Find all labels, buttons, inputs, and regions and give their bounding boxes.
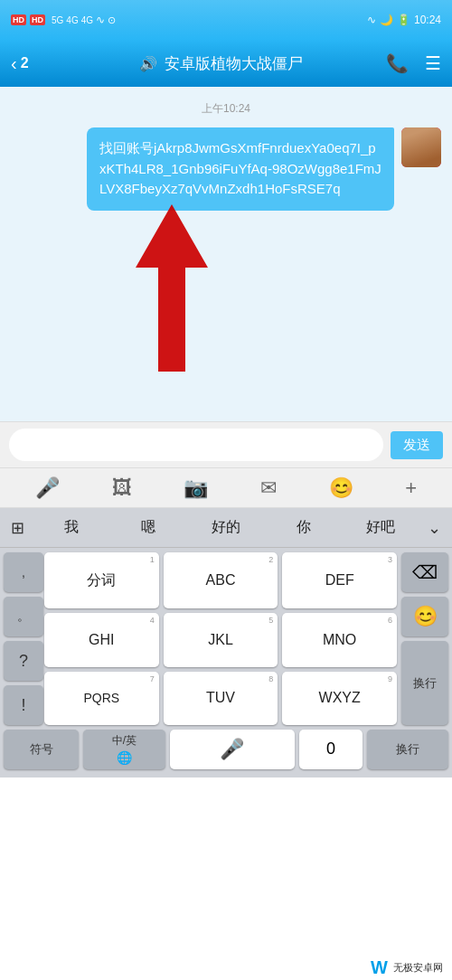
enter-key[interactable]: 换行 bbox=[401, 641, 448, 725]
message-timestamp: 上午10:24 bbox=[0, 87, 452, 127]
settings-dot: ⊙ bbox=[108, 14, 116, 26]
send-button[interactable]: 发送 bbox=[391, 431, 443, 459]
enter-bottom-key[interactable]: 换行 bbox=[367, 730, 448, 769]
keyboard-side: ⌫ 😊 换行 bbox=[401, 552, 448, 725]
time-display: 10:24 bbox=[414, 14, 441, 26]
battery-icon: 🔋 bbox=[397, 14, 410, 26]
emoji-key[interactable]: 😊 bbox=[401, 597, 448, 636]
back-chevron-icon: ‹ bbox=[11, 53, 17, 74]
back-button[interactable]: ‹ 2 bbox=[11, 53, 56, 74]
key-wxyz[interactable]: 9 WXYZ bbox=[282, 672, 397, 725]
key-label-fenci: 分词 bbox=[87, 571, 116, 590]
message-input[interactable] bbox=[9, 429, 383, 461]
key-label-ghi: GHI bbox=[89, 632, 114, 648]
key-num-3: 3 bbox=[388, 555, 392, 564]
mail-icon[interactable]: ✉ bbox=[255, 471, 282, 505]
key-num-6: 6 bbox=[388, 616, 392, 625]
suggestion-4[interactable]: 你 bbox=[266, 514, 342, 541]
avatar bbox=[401, 127, 441, 167]
watermark-logo: W bbox=[371, 957, 388, 978]
svg-marker-1 bbox=[136, 204, 208, 372]
hd-indicator: HD bbox=[11, 14, 26, 25]
keyboard: , 。 ? ! 1 分词 2 ABC 3 DEF 4 GHI bbox=[0, 548, 452, 777]
zero-key[interactable]: 0 bbox=[299, 730, 362, 769]
lang-label: 中/英 bbox=[112, 733, 137, 749]
arrow-overlay bbox=[90, 195, 253, 376]
bluetooth-icon: ∿ bbox=[367, 14, 376, 26]
symbol-label: 符号 bbox=[30, 741, 53, 758]
chat-area: 上午10:24 找回账号jAkrp8JwmGsXmfFnrduexYa0eq7I… bbox=[0, 87, 452, 421]
zero-label: 0 bbox=[326, 740, 335, 759]
key-label-def: DEF bbox=[325, 572, 354, 589]
key-tuv[interactable]: 8 TUV bbox=[164, 672, 278, 725]
key-jkl[interactable]: 5 JKL bbox=[164, 613, 278, 666]
punct-period[interactable]: 。 bbox=[4, 597, 43, 636]
message-row: 找回账号jAkrp8JwmGsXmfFnrduexYa0eq7I_pxKTh4L… bbox=[11, 127, 441, 211]
title-actions: 📞 ☰ bbox=[386, 52, 441, 74]
input-bar: 发送 bbox=[0, 421, 452, 468]
grid-icon[interactable]: ⊞ bbox=[4, 514, 32, 542]
key-num-5: 5 bbox=[268, 616, 273, 625]
network-5g: 5G bbox=[52, 15, 63, 25]
key-label-tuv: TUV bbox=[206, 690, 235, 706]
quick-suggestions: ⊞ 我 嗯 好的 你 好吧 ⌄ bbox=[0, 508, 452, 548]
network-4g-1: 4G bbox=[66, 15, 78, 25]
suggestion-5[interactable]: 好吧 bbox=[343, 514, 419, 541]
collapse-icon[interactable]: ⌄ bbox=[420, 514, 448, 542]
backspace-key[interactable]: ⌫ bbox=[401, 552, 448, 592]
toolbar: 🎤 🖼 📷 ✉ 😊 + bbox=[0, 468, 452, 508]
status-bar-right: ∿ 🌙 🔋 10:24 bbox=[367, 14, 441, 26]
key-label-jkl: JKL bbox=[208, 632, 233, 648]
key-label-pqrs: PQRS bbox=[83, 691, 119, 705]
call-icon[interactable]: 📞 bbox=[386, 52, 409, 74]
key-def[interactable]: 3 DEF bbox=[282, 552, 397, 608]
status-bar: HD HD 5G 4G 4G ∿ ⊙ ∿ 🌙 🔋 10:24 bbox=[0, 0, 452, 40]
suggestion-1[interactable]: 我 bbox=[33, 514, 109, 541]
title-center: 🔊 安卓版植物大战僵尸 bbox=[56, 53, 386, 74]
key-fen-ci[interactable]: 1 分词 bbox=[44, 552, 159, 608]
key-num-1: 1 bbox=[150, 555, 155, 564]
globe-icon: 🌐 bbox=[117, 750, 132, 765]
moon-icon: 🌙 bbox=[380, 14, 393, 26]
plus-icon[interactable]: + bbox=[400, 471, 422, 505]
back-count: 2 bbox=[21, 55, 29, 71]
key-num-2: 2 bbox=[268, 555, 273, 564]
key-label-abc: ABC bbox=[206, 572, 236, 589]
camera-icon[interactable]: 📷 bbox=[178, 471, 213, 505]
symbol-key[interactable]: 符号 bbox=[4, 730, 79, 769]
key-num-4: 4 bbox=[150, 616, 155, 625]
hd2-indicator: HD bbox=[30, 14, 45, 25]
network-4g-2: 4G bbox=[81, 15, 93, 25]
image-icon[interactable]: 🖼 bbox=[107, 471, 137, 505]
chat-title: 安卓版植物大战僵尸 bbox=[165, 53, 303, 74]
suggestion-2[interactable]: 嗯 bbox=[111, 514, 187, 541]
mute-icon: 🔊 bbox=[139, 55, 157, 72]
punct-comma[interactable]: , bbox=[4, 552, 43, 592]
key-num-7: 7 bbox=[150, 674, 155, 683]
key-mno[interactable]: 6 MNO bbox=[282, 613, 397, 666]
key-label-wxyz: WXYZ bbox=[319, 690, 361, 706]
key-pqrs[interactable]: 7 PQRS bbox=[44, 672, 159, 725]
lang-switch-key[interactable]: 中/英 🌐 bbox=[83, 730, 165, 769]
enter-label: 换行 bbox=[396, 741, 419, 758]
status-bar-left: HD HD 5G 4G 4G ∿ ⊙ bbox=[11, 14, 116, 26]
mic-label: 🎤 bbox=[220, 738, 244, 761]
punct-question[interactable]: ? bbox=[4, 641, 43, 681]
key-ghi[interactable]: 4 GHI bbox=[44, 613, 159, 666]
avatar-image bbox=[401, 127, 441, 167]
punct-exclaim[interactable]: ! bbox=[4, 685, 43, 725]
key-abc[interactable]: 2 ABC bbox=[164, 552, 278, 608]
emoji-icon[interactable]: 😊 bbox=[324, 471, 359, 505]
key-num-8: 8 bbox=[268, 674, 273, 683]
messages-container: 找回账号jAkrp8JwmGsXmfFnrduexYa0eq7I_pxKTh4L… bbox=[0, 127, 452, 211]
watermark: W 无极安卓网 bbox=[362, 955, 452, 980]
space-key[interactable]: 🎤 bbox=[170, 730, 296, 769]
message-bubble: 找回账号jAkrp8JwmGsXmfFnrduexYa0eq7I_pxKTh4L… bbox=[87, 127, 394, 211]
voice-icon[interactable]: 🎤 bbox=[30, 471, 65, 505]
punct-column: , 。 ? ! bbox=[4, 552, 40, 725]
suggestion-3[interactable]: 好的 bbox=[188, 514, 264, 541]
key-label-mno: MNO bbox=[323, 632, 356, 648]
watermark-text: 无极安卓网 bbox=[393, 961, 443, 975]
key-num-9: 9 bbox=[388, 674, 392, 683]
menu-icon[interactable]: ☰ bbox=[425, 52, 441, 74]
